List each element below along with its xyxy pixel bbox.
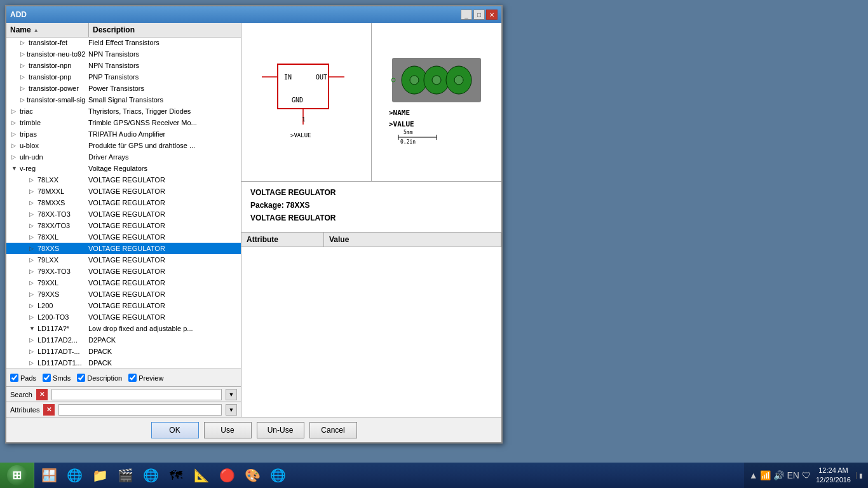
un-use-button[interactable]: Un-Use xyxy=(257,422,304,438)
schematic-preview: IN OUT GND 1 >VALUE xyxy=(241,23,372,181)
preview-checkbox[interactable]: Preview xyxy=(128,374,163,382)
svg-text:IN: IN xyxy=(284,74,292,81)
show-desktop-icon[interactable]: ▮ xyxy=(856,472,863,479)
dialog-body: Name ▲ Description ▷transistor-fetField … xyxy=(6,23,501,442)
search-dropdown-arrow[interactable]: ▼ xyxy=(226,389,237,400)
tree-row[interactable]: ▷transistor-powerPower Transistors xyxy=(6,83,241,94)
security-icon[interactable]: 🛡 xyxy=(802,470,811,480)
expand-icon: ▷ xyxy=(29,348,36,355)
schematic-svg: IN OUT GND 1 >VALUE xyxy=(255,39,357,166)
expand-icon: ▷ xyxy=(29,234,36,240)
tree-row[interactable]: ▷L200VOLTAGE REGULATOR xyxy=(6,300,241,311)
tree-row[interactable]: ▷tripasTRIPATH Audio Amplifier xyxy=(6,128,241,140)
tree-row[interactable]: ▷trimbleTrimble GPS/GNSS Receiver Mo... xyxy=(6,117,241,128)
close-button[interactable]: ✕ xyxy=(486,10,498,20)
tree-row[interactable]: ▷transistor-npnNPN Transistors xyxy=(6,60,241,71)
search-row: Search ✕ ▼ xyxy=(6,386,241,402)
expand-icon: ▷ xyxy=(29,268,36,274)
taskbar-app-button[interactable]: 🌐 xyxy=(266,464,290,486)
tree-row[interactable]: ▼LD117A?*Low drop fixed and adjustable p… xyxy=(6,323,241,334)
taskbar-app-button[interactable]: 🌐 xyxy=(139,464,163,486)
tree-row[interactable]: ▷triacThyristors, Triacs, Trigger Diodes xyxy=(6,105,241,117)
tree-row[interactable]: ▷79XXLVOLTAGE REGULATOR xyxy=(6,277,241,288)
tree-row[interactable]: ▷transistor-neu-to92NPN Transistors xyxy=(6,48,241,60)
start-button[interactable]: ⊞ xyxy=(0,463,34,488)
taskbar-app-button[interactable]: 🔴 xyxy=(215,464,239,486)
svg-text:>NAME: >NAME xyxy=(389,109,410,117)
tree-row[interactable]: ▷79XXSVOLTAGE REGULATOR xyxy=(6,288,241,300)
attributes-dropdown-arrow[interactable]: ▼ xyxy=(226,404,237,416)
right-panel: IN OUT GND 1 >VALUE xyxy=(241,23,501,417)
input-icon[interactable]: EN xyxy=(787,470,799,480)
description-checkbox[interactable]: Description xyxy=(77,374,122,382)
attributes-label: Attributes xyxy=(10,406,39,414)
expand-icon: ▷ xyxy=(20,51,25,57)
tree-row[interactable]: ▷u-bloxProdukte für GPS und drahtlose ..… xyxy=(6,140,241,151)
tree-row[interactable]: ▷78XXSVOLTAGE REGULATOR xyxy=(6,243,241,254)
smds-checkbox[interactable]: Smds xyxy=(43,374,71,382)
tree-row[interactable]: ▷78XX-TO3VOLTAGE REGULATOR xyxy=(6,208,241,220)
taskbar-clock[interactable]: 12:24 AM 12/29/2016 xyxy=(816,466,851,485)
taskbar-app-button[interactable]: 🌐 xyxy=(62,464,86,486)
dialog-footer: OK Use Un-Use Cancel xyxy=(6,417,501,442)
tree-row[interactable]: ▼v-regVoltage Regulators xyxy=(6,163,241,174)
expand-icon: ▼ xyxy=(29,325,36,332)
expand-icon: ▷ xyxy=(29,200,36,206)
pads-checkbox[interactable]: Pads xyxy=(10,374,36,382)
add-dialog: ADD _ □ ✕ Name ▲ Description ▷transistor xyxy=(5,5,503,444)
tree-row[interactable]: ▷L200-TO3VOLTAGE REGULATOR xyxy=(6,311,241,323)
expand-icon: ▼ xyxy=(11,165,18,172)
taskbar-app-button[interactable]: 📐 xyxy=(189,464,214,486)
expand-icon: ▷ xyxy=(29,222,36,229)
svg-text:OUT: OUT xyxy=(316,74,327,81)
show-hidden-icon[interactable]: ▲ xyxy=(749,470,758,480)
svg-point-14 xyxy=(432,76,441,85)
attr-header: Attribute Value xyxy=(241,233,501,247)
expand-icon: ▷ xyxy=(20,62,27,69)
tree-row[interactable]: ▷transistor-small-sig...Small Signal Tra… xyxy=(6,94,241,105)
left-panel: Name ▲ Description ▷transistor-fetField … xyxy=(6,23,241,417)
tree-row[interactable]: ▷79XX-TO3VOLTAGE REGULATOR xyxy=(6,266,241,277)
taskbar-app-button[interactable]: 🎨 xyxy=(240,464,264,486)
svg-text:0.2in: 0.2in xyxy=(400,139,416,145)
expand-icon: ▷ xyxy=(20,97,25,103)
sort-arrow-icon: ▲ xyxy=(34,27,39,33)
maximize-button[interactable]: □ xyxy=(473,10,485,20)
attributes-input[interactable] xyxy=(58,404,222,416)
taskbar-app-button[interactable]: 🗺 xyxy=(164,464,188,486)
search-input[interactable] xyxy=(51,389,222,400)
tree-row[interactable]: ▷78MXXLVOLTAGE REGULATOR xyxy=(6,186,241,197)
tree-row[interactable]: ▷transistor-fetField Effect Transistors xyxy=(6,37,241,48)
use-button[interactable]: Use xyxy=(204,422,252,438)
volume-icon[interactable]: 🔊 xyxy=(773,470,784,480)
minimize-button[interactable]: _ xyxy=(461,10,472,20)
ok-button[interactable]: OK xyxy=(151,422,199,438)
taskbar-app-button[interactable]: 📁 xyxy=(88,464,112,486)
tree-row[interactable]: ▷LD117ADT1...DPACK xyxy=(6,357,241,369)
tree-row[interactable]: ▷79LXXVOLTAGE REGULATOR xyxy=(6,254,241,266)
expand-icon: ▷ xyxy=(29,245,36,252)
tree-row[interactable]: ▷78XX/TO3VOLTAGE REGULATOR xyxy=(6,220,241,231)
svg-text:1: 1 xyxy=(302,116,305,123)
expand-icon: ▷ xyxy=(20,74,27,80)
tree-container[interactable]: ▷transistor-fetField Effect Transistors▷… xyxy=(6,37,241,369)
info-title: VOLTAGE REGULATOR xyxy=(250,188,492,197)
cancel-button[interactable]: Cancel xyxy=(309,422,357,438)
attributes-clear-button[interactable]: ✕ xyxy=(43,404,55,416)
tree-row[interactable]: ▷uln-udnDriver Arrays xyxy=(6,151,241,163)
info-and-attr: VOLTAGE REGULATOR Package: 78XXS VOLTAGE… xyxy=(241,182,501,417)
tree-row[interactable]: ▷78MXXSVOLTAGE REGULATOR xyxy=(6,197,241,208)
tree-row[interactable]: ▷LD117ADT-...DPACK xyxy=(6,346,241,357)
search-label: Search xyxy=(10,391,32,398)
tree-row[interactable]: ▷LD117AD2...D2PACK xyxy=(6,334,241,346)
taskbar-app-button[interactable]: 🪟 xyxy=(37,464,61,486)
network-icon[interactable]: 📶 xyxy=(760,470,771,480)
tree-row[interactable]: ▷transistor-pnpPNP Transistors xyxy=(6,71,241,83)
search-clear-button[interactable]: ✕ xyxy=(36,389,48,400)
info-panel: VOLTAGE REGULATOR Package: 78XXS VOLTAGE… xyxy=(241,182,501,233)
tree-header: Name ▲ Description xyxy=(6,23,241,37)
tree-row[interactable]: ▷78XXLVOLTAGE REGULATOR xyxy=(6,231,241,243)
taskbar-app-button[interactable]: 🎬 xyxy=(113,464,137,486)
tree-row[interactable]: ▷78LXXVOLTAGE REGULATOR xyxy=(6,174,241,186)
info-package: Package: 78XXS xyxy=(250,201,492,210)
